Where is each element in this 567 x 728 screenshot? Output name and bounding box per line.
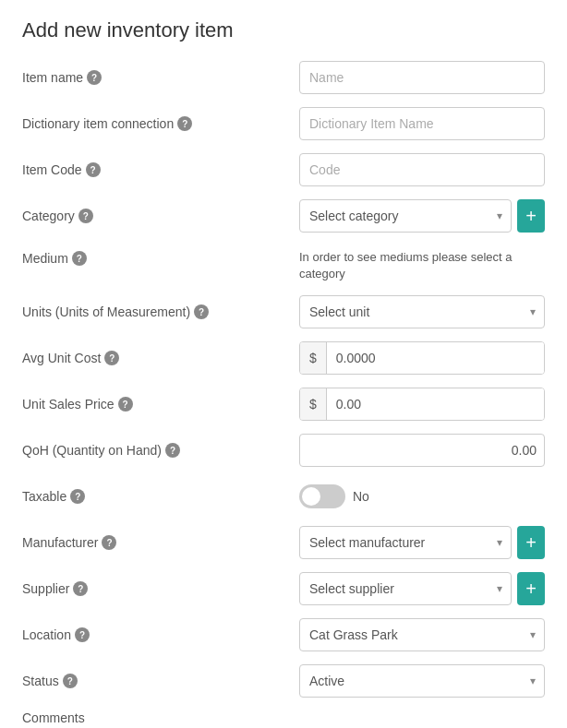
units-row: Units (Units of Measurement) ? Select un… — [22, 295, 545, 328]
avg-unit-cost-prefix-wrap: $ — [299, 341, 545, 375]
dictionary-item-control — [299, 107, 545, 140]
manufacturer-control: Select manufacturer ▾ + — [299, 526, 545, 559]
unit-sales-price-prefix-wrap: $ — [299, 388, 545, 421]
units-control: Select unit ▾ — [299, 295, 545, 328]
status-select[interactable]: Active — [299, 664, 545, 698]
medium-control: In order to see mediums please select a … — [299, 249, 545, 282]
item-code-control — [299, 153, 545, 186]
location-select[interactable]: Cat Grass Park — [299, 618, 545, 651]
avg-unit-cost-row: Avg Unit Cost ? $ — [22, 341, 545, 375]
location-help-icon[interactable]: ? — [75, 627, 90, 642]
category-add-button[interactable]: + — [517, 199, 545, 233]
qoh-help-icon[interactable]: ? — [165, 443, 180, 458]
unit-sales-price-label: Unit Sales Price ? — [22, 397, 299, 412]
avg-unit-cost-label: Avg Unit Cost ? — [22, 351, 299, 365]
item-code-label: Item Code ? — [22, 162, 299, 177]
status-select-wrap: Active ▾ — [299, 664, 545, 698]
taxable-toggle-label: No — [353, 489, 369, 504]
unit-sales-price-prefix: $ — [300, 388, 327, 420]
status-label: Status ? — [22, 674, 299, 688]
unit-sales-price-help-icon[interactable]: ? — [118, 397, 133, 412]
unit-sales-price-row: Unit Sales Price ? $ — [22, 388, 545, 421]
item-name-input[interactable] — [299, 61, 545, 94]
avg-unit-cost-help-icon[interactable]: ? — [104, 351, 119, 365]
qoh-control: 0.00 — [299, 434, 545, 467]
supplier-select-wrap: Select supplier ▾ — [299, 572, 512, 605]
manufacturer-select-wrap: Select manufacturer ▾ — [299, 526, 512, 559]
status-help-icon[interactable]: ? — [63, 674, 78, 688]
dictionary-item-row: Dictionary item connection ? — [22, 107, 545, 140]
category-label: Category ? — [22, 209, 299, 223]
dictionary-item-input[interactable] — [299, 107, 545, 140]
units-label: Units (Units of Measurement) ? — [22, 304, 299, 319]
supplier-select[interactable]: Select supplier — [299, 572, 512, 605]
qoh-row: QoH (Quantity on Hand) ? 0.00 — [22, 434, 545, 467]
qoh-value: 0.00 — [512, 443, 537, 458]
category-help-icon[interactable]: ? — [78, 209, 93, 223]
units-help-icon[interactable]: ? — [194, 304, 209, 319]
supplier-add-button[interactable]: + — [517, 572, 545, 605]
comments-label: Comments — [22, 710, 545, 725]
taxable-toggle[interactable] — [299, 484, 345, 508]
item-name-help-icon[interactable]: ? — [87, 70, 102, 85]
taxable-toggle-wrap: No — [299, 484, 369, 508]
units-select[interactable]: Select unit — [299, 295, 545, 328]
qoh-input-wrap: 0.00 — [299, 434, 545, 467]
item-code-input[interactable] — [299, 153, 545, 186]
page-title: Add new inventory item — [22, 18, 545, 42]
dictionary-item-label: Dictionary item connection ? — [22, 116, 299, 131]
avg-unit-cost-prefix: $ — [300, 342, 327, 374]
taxable-help-icon[interactable]: ? — [70, 489, 85, 504]
supplier-help-icon[interactable]: ? — [73, 581, 88, 596]
location-control: Cat Grass Park ▾ — [299, 618, 545, 651]
category-select-wrap: Select category ▾ — [299, 199, 512, 233]
comments-section: Comments — [22, 710, 545, 728]
item-name-row: Item name ? — [22, 61, 545, 94]
location-label: Location ? — [22, 627, 299, 642]
qoh-label: QoH (Quantity on Hand) ? — [22, 443, 299, 458]
category-control: Select category ▾ + — [299, 199, 545, 233]
manufacturer-help-icon[interactable]: ? — [102, 535, 116, 550]
supplier-label: Supplier ? — [22, 581, 299, 596]
medium-row: Medium ? In order to see mediums please … — [22, 245, 545, 282]
supplier-row: Supplier ? Select supplier ▾ + — [22, 572, 545, 605]
medium-helper-text: In order to see mediums please select a … — [299, 249, 545, 282]
item-name-label: Item name ? — [22, 70, 299, 85]
status-control: Active ▾ — [299, 664, 545, 698]
supplier-control: Select supplier ▾ + — [299, 572, 545, 605]
item-code-help-icon[interactable]: ? — [86, 162, 101, 177]
medium-help-icon[interactable]: ? — [72, 251, 87, 266]
manufacturer-label: Manufacturer ? — [22, 535, 299, 550]
category-select[interactable]: Select category — [299, 199, 512, 233]
unit-sales-price-control: $ — [299, 388, 545, 421]
units-select-wrap: Select unit ▾ — [299, 295, 545, 328]
taxable-label: Taxable ? — [22, 489, 299, 504]
manufacturer-select[interactable]: Select manufacturer — [299, 526, 512, 559]
unit-sales-price-input[interactable] — [327, 388, 544, 420]
category-row: Category ? Select category ▾ + — [22, 199, 545, 233]
status-row: Status ? Active ▾ — [22, 664, 545, 698]
avg-unit-cost-control: $ — [299, 341, 545, 375]
dictionary-item-help-icon[interactable]: ? — [177, 116, 192, 131]
item-name-control — [299, 61, 545, 94]
taxable-control: No — [299, 484, 545, 508]
avg-unit-cost-input[interactable] — [327, 342, 544, 374]
manufacturer-row: Manufacturer ? Select manufacturer ▾ + — [22, 526, 545, 559]
manufacturer-add-button[interactable]: + — [517, 526, 545, 559]
medium-label: Medium ? — [22, 249, 299, 266]
location-row: Location ? Cat Grass Park ▾ — [22, 618, 545, 651]
taxable-row: Taxable ? No — [22, 480, 545, 513]
toggle-slider — [299, 484, 345, 508]
location-select-wrap: Cat Grass Park ▾ — [299, 618, 545, 651]
item-code-row: Item Code ? — [22, 153, 545, 186]
